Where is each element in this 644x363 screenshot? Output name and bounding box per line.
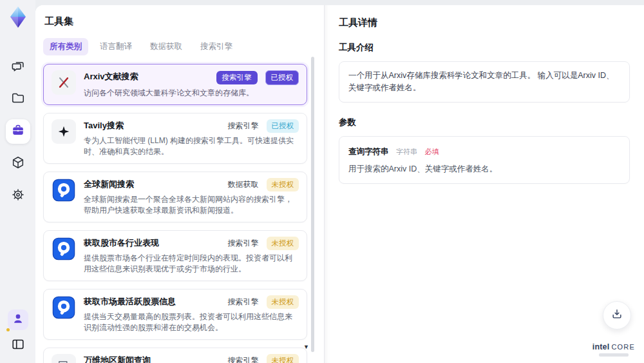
panel-toggle[interactable] xyxy=(8,336,28,355)
tool-name: 获取股市各行业表现 xyxy=(84,237,159,249)
tool-auth-badge: 未授权 xyxy=(267,295,299,309)
tool-auth-badge: 已授权 xyxy=(267,119,299,133)
detail-title: 工具详情 xyxy=(339,17,630,29)
tool-desc: 全球新闻搜索是一个聚合全球各大新闻网站内容的搜索引擎，帮助用户快速获取全球最新资… xyxy=(84,194,299,216)
category-tab[interactable]: 语言翻译 xyxy=(93,38,138,55)
tool-category-badge: 搜索引擎 xyxy=(228,238,259,249)
tool-desc: 访问各个研究领域大量科学论文和文章的存储库。 xyxy=(84,88,299,99)
cube-icon xyxy=(11,155,25,172)
tool-badges: 搜索引擎 未授权 xyxy=(228,295,299,309)
tool-category-badge: 数据获取 xyxy=(228,179,259,190)
folder-icon xyxy=(11,91,25,108)
rail-nav xyxy=(6,55,30,208)
app-logo[interactable] xyxy=(8,6,28,32)
tool-body: Arxiv文献搜索 搜索引擎 已授权 访问各个研究领域大量科学论文和文章的存储库… xyxy=(84,70,299,99)
tool-desc: 专为人工智能代理 (LLM) 构建的搜索引擎工具。可快速提供实时、准确和真实的结… xyxy=(84,135,299,157)
tool-badges: 搜索引擎 已授权 xyxy=(216,70,299,85)
tool-name: Arxiv文献搜索 xyxy=(84,70,138,83)
tool-badges: 搜索引擎 已授权 xyxy=(228,119,299,133)
tool-top-row: 获取股市各行业表现 搜索引擎 未授权 xyxy=(84,237,299,250)
avatar-icon xyxy=(12,312,24,328)
toolbox-icon xyxy=(11,123,25,140)
arxiv-icon xyxy=(52,70,76,95)
tool-card[interactable]: 获取市场最活跃股票信息 搜索引擎 未授权 提供当天交易量最高的股票列表。投资者可… xyxy=(43,289,307,340)
tool-top-row: Arxiv文献搜索 搜索引擎 已授权 xyxy=(84,70,299,85)
tools-list: Arxiv文献搜索 搜索引擎 已授权 访问各个研究领域大量科学论文和文章的存储库… xyxy=(43,64,307,363)
sidebar-item-settings[interactable] xyxy=(6,184,30,208)
tool-auth-badge: 未授权 xyxy=(267,354,299,363)
tool-category-badge: 搜索引擎 xyxy=(228,355,259,363)
nav-rail xyxy=(0,0,35,363)
parameter-required-badge: 必填 xyxy=(424,148,439,155)
parameter-description: 用于搜索的Arxiv ID、关键字或作者姓名。 xyxy=(348,163,620,175)
tool-auth-badge: 未授权 xyxy=(267,237,299,250)
category-tabs: 所有类别语言翻译数据获取搜索引擎 xyxy=(43,38,307,55)
tools-list-pane: 工具集 所有类别语言翻译数据获取搜索引擎 Arxiv文献搜索 搜索引擎 已授权 … xyxy=(35,5,324,363)
chat-icon xyxy=(11,59,25,75)
tool-body: 万维地区新闻查询 搜索引擎 未授权 查询具体行政区划内的新闻，快速了解各地新闻动 xyxy=(84,354,299,363)
intro-heading: 工具介绍 xyxy=(339,42,630,54)
scroll-down-indicator[interactable]: ▼ xyxy=(303,344,309,350)
tool-name: Tavily搜索 xyxy=(84,119,124,132)
news-app-icon xyxy=(52,178,76,202)
brand-underline xyxy=(599,353,629,357)
parameter-type: 字符串 xyxy=(396,148,417,155)
parameter-card: 查询字符串 字符串 必填 用于搜索的Arxiv ID、关键字或作者姓名。 xyxy=(339,136,630,184)
tool-card[interactable]: Arxiv文献搜索 搜索引擎 已授权 访问各个研究领域大量科学论文和文章的存储库… xyxy=(43,64,307,105)
content-shell: 工具集 所有类别语言翻译数据获取搜索引擎 Arxiv文献搜索 搜索引擎 已授权 … xyxy=(35,5,644,363)
news-app-icon xyxy=(52,295,76,320)
newspaper-icon xyxy=(52,354,76,363)
tool-card[interactable]: 万维地区新闻查询 搜索引擎 未授权 查询具体行政区划内的新闻，快速了解各地新闻动 xyxy=(43,348,307,363)
category-tab[interactable]: 数据获取 xyxy=(144,38,189,55)
sidebar-item-files[interactable] xyxy=(6,87,30,112)
list-scrollbar[interactable] xyxy=(311,57,314,352)
panel-toggle-icon xyxy=(11,337,25,354)
news-app-icon xyxy=(52,237,76,261)
tool-top-row: Tavily搜索 搜索引擎 已授权 xyxy=(84,119,299,133)
tool-desc: 提供股票市场各个行业在特定时间段内的表现。投资者可以利用这些信息来识别表现优于或… xyxy=(84,253,299,275)
sidebar-item-chat[interactable] xyxy=(6,55,30,79)
download-icon xyxy=(611,308,623,323)
category-tab[interactable]: 所有类别 xyxy=(43,38,88,55)
tool-name: 万维地区新闻查询 xyxy=(84,354,151,363)
tool-badges: 搜索引擎 未授权 xyxy=(228,354,299,363)
tool-card[interactable]: 获取股市各行业表现 搜索引擎 未授权 提供股票市场各个行业在特定时间段内的表现。… xyxy=(43,230,307,281)
tool-body: 获取市场最活跃股票信息 搜索引擎 未授权 提供当天交易量最高的股票列表。投资者可… xyxy=(84,295,299,333)
tool-top-row: 万维地区新闻查询 搜索引擎 未授权 xyxy=(84,354,299,363)
parameter-header: 查询字符串 字符串 必填 xyxy=(348,145,620,157)
brand-core: core xyxy=(611,343,635,351)
brand-intel: intel xyxy=(592,342,610,351)
params-heading: 参数 xyxy=(339,117,630,128)
tool-name: 获取市场最活跃股票信息 xyxy=(84,295,176,308)
sidebar-item-plugins[interactable] xyxy=(6,152,30,176)
parameter-name: 查询字符串 xyxy=(348,147,389,156)
notification-dot xyxy=(6,328,10,331)
tool-category-badge: 搜索引擎 xyxy=(228,121,259,132)
tool-card[interactable]: Tavily搜索 搜索引擎 已授权 专为人工智能代理 (LLM) 构建的搜索引擎… xyxy=(43,113,307,164)
tool-body: 获取股市各行业表现 搜索引擎 未授权 提供股票市场各个行业在特定时间段内的表现。… xyxy=(84,237,299,275)
tool-intro-text: 一个用于从Arxiv存储库搜索科学论文和文章的工具。 输入可以是Arxiv ID… xyxy=(339,61,630,103)
tool-desc: 提供当天交易量最高的股票列表。投资者可以利用这些信息来识别流动性强的股票和潜在的… xyxy=(84,311,299,333)
sidebar-item-toolbox[interactable] xyxy=(6,119,30,144)
tavily-icon xyxy=(52,119,76,144)
tool-body: 全球新闻搜索 数据获取 未授权 全球新闻搜索是一个聚合全球各大新闻网站内容的搜索… xyxy=(84,178,299,216)
download-button[interactable] xyxy=(603,301,631,329)
intel-core-logo: intelcore xyxy=(592,342,635,357)
tool-badges: 搜索引擎 未授权 xyxy=(228,237,299,250)
tool-auth-badge: 已授权 xyxy=(265,70,299,85)
tool-detail-pane: 工具详情 工具介绍 一个用于从Arxiv存储库搜索科学论文和文章的工具。 输入可… xyxy=(324,5,644,363)
tool-top-row: 获取市场最活跃股票信息 搜索引擎 未授权 xyxy=(84,295,299,309)
tool-category-badge: 搜索引擎 xyxy=(228,297,259,308)
tool-name: 全球新闻搜索 xyxy=(84,178,134,190)
category-tab[interactable]: 搜索引擎 xyxy=(194,38,239,55)
tool-category-badge: 搜索引擎 xyxy=(216,71,258,84)
tool-top-row: 全球新闻搜索 数据获取 未授权 xyxy=(84,178,299,191)
tool-body: Tavily搜索 搜索引擎 已授权 专为人工智能代理 (LLM) 构建的搜索引擎… xyxy=(84,119,299,157)
tool-card[interactable]: 全球新闻搜索 数据获取 未授权 全球新闻搜索是一个聚合全球各大新闻网站内容的搜索… xyxy=(43,172,307,222)
page-title: 工具集 xyxy=(44,15,307,28)
avatar[interactable] xyxy=(8,309,28,330)
tool-auth-badge: 未授权 xyxy=(267,178,299,191)
rail-bottom xyxy=(8,309,28,363)
tool-badges: 数据获取 未授权 xyxy=(228,178,299,191)
settings-icon xyxy=(11,188,25,204)
